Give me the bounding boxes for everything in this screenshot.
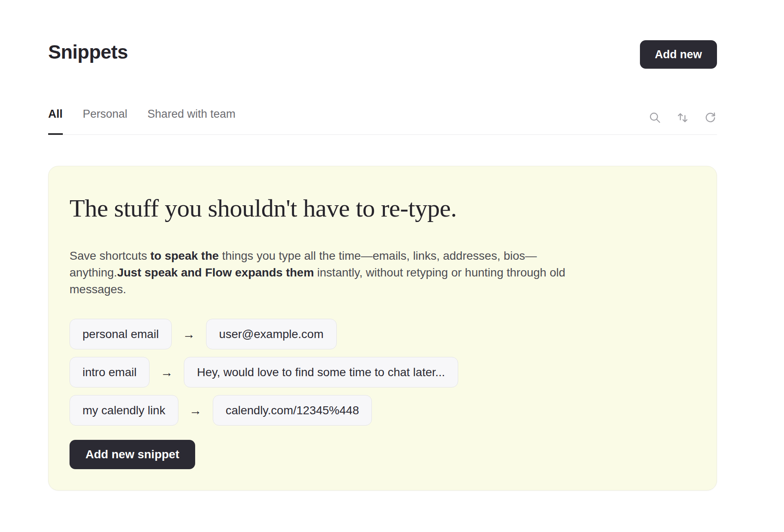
sort-icon[interactable]	[676, 111, 689, 124]
snippet-expansion-pill: calendly.com/12345%448	[213, 395, 372, 426]
card-description: Save shortcuts to speak the things you t…	[70, 248, 572, 298]
page-title: Snippets	[48, 40, 128, 64]
card-heading: The stuff you shouldn't have to re-type.	[70, 193, 696, 223]
arrow-right-icon: →	[189, 403, 202, 417]
tab-personal[interactable]: Personal	[83, 107, 128, 135]
add-new-snippet-button[interactable]: Add new snippet	[70, 440, 195, 469]
snippet-shortcut-pill: my calendly link	[70, 395, 178, 426]
add-new-button[interactable]: Add new	[640, 40, 717, 69]
empty-state-card: The stuff you shouldn't have to re-type.…	[48, 166, 717, 491]
tab-list: All Personal Shared with team	[48, 107, 235, 134]
page-header: Snippets Add new	[48, 0, 717, 69]
tab-all[interactable]: All	[48, 107, 63, 135]
snippet-shortcut-pill: personal email	[70, 319, 172, 349]
arrow-right-icon: →	[183, 327, 195, 341]
description-segment: Save shortcuts	[70, 249, 150, 262]
description-segment-bold: to speak the	[150, 249, 219, 262]
snippet-expansion-pill: user@example.com	[206, 319, 336, 349]
arrow-right-icon: →	[160, 365, 173, 379]
toolbar	[648, 111, 717, 134]
snippets-page: Snippets Add new All Personal Shared wit…	[0, 0, 784, 532]
snippet-example-row: my calendly link → calendly.com/12345%44…	[70, 395, 696, 426]
tab-shared-with-team[interactable]: Shared with team	[147, 107, 235, 135]
search-icon[interactable]	[648, 111, 662, 124]
tabs-bar: All Personal Shared with team	[48, 107, 717, 135]
snippet-example-row: intro email → Hey, would love to find so…	[70, 357, 696, 387]
snippet-expansion-pill: Hey, would love to find some time to cha…	[184, 357, 458, 387]
snippet-example-row: personal email → user@example.com	[70, 319, 696, 349]
snippet-shortcut-pill: intro email	[70, 357, 150, 387]
description-segment-bold: Just speak and Flow expands them	[117, 266, 314, 279]
add-snippet-container: Add new snippet	[70, 440, 696, 469]
refresh-icon[interactable]	[704, 111, 717, 124]
